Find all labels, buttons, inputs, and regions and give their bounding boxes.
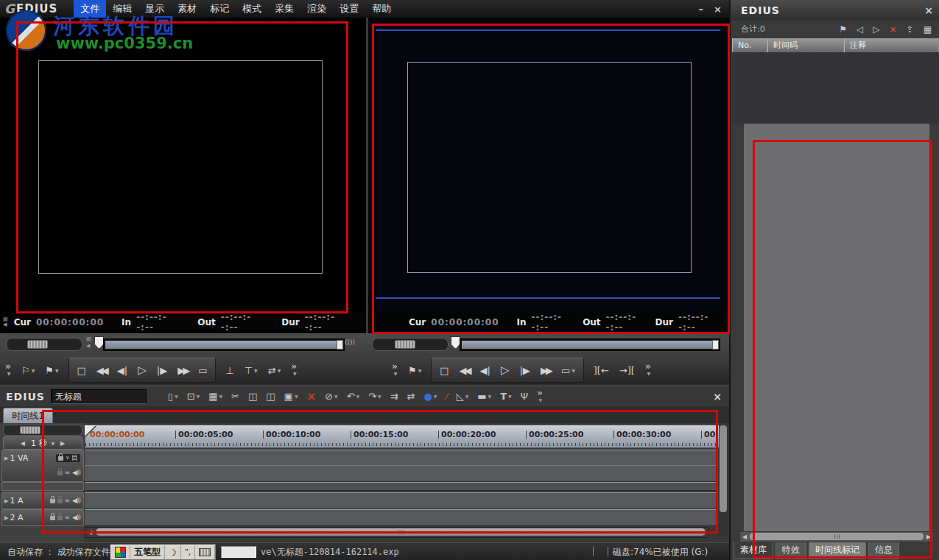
menu-view[interactable]: 显示 xyxy=(138,0,171,18)
stop-button[interactable]: □ xyxy=(72,365,91,376)
timeline-close-button[interactable]: × xyxy=(713,391,722,403)
lock-icon[interactable] xyxy=(50,516,55,520)
waveform-icon[interactable]: ≈ xyxy=(65,497,71,504)
more-controls-button[interactable]: »▼ xyxy=(387,363,403,378)
menu-clip[interactable]: 素材 xyxy=(171,0,203,18)
ime-logo-icon[interactable] xyxy=(115,547,126,558)
more-controls-button[interactable]: »▼ xyxy=(0,363,16,378)
save-project-icon[interactable]: ▦▼ xyxy=(205,391,226,402)
marker-list-empty[interactable] xyxy=(732,52,939,124)
redo-icon[interactable]: ↷▼ xyxy=(365,391,385,402)
tab-effects[interactable]: 特效 xyxy=(776,542,806,559)
open-project-icon[interactable]: ⊡▼ xyxy=(183,391,204,402)
collapsed-track-header[interactable] xyxy=(1,482,84,491)
tab-information[interactable]: 信息 xyxy=(868,542,899,559)
scroll-right-icon[interactable]: ▶ xyxy=(925,534,932,540)
insert-to-timeline-icon[interactable]: ⇉ xyxy=(387,391,402,402)
more-trim-button[interactable]: »▼ xyxy=(640,363,656,378)
lock-icon[interactable] xyxy=(57,516,63,520)
close-button[interactable]: × xyxy=(714,4,722,15)
overwrite-to-timeline-icon[interactable]: ⇄ xyxy=(404,391,419,402)
lock-icon[interactable] xyxy=(58,456,63,461)
timeline-v-scrollbar[interactable] xyxy=(719,425,728,536)
loop-playback-button[interactable]: ▭▼ xyxy=(556,365,580,376)
speaker-icon[interactable]: ◀)) xyxy=(72,514,80,521)
copy-icon[interactable]: ◫ xyxy=(245,391,261,402)
recorder-seek-thumb[interactable] xyxy=(712,340,719,350)
ripple-delete-icon[interactable]: ⊘▼ xyxy=(321,391,342,402)
player-shuttle-thumb[interactable] xyxy=(27,340,48,349)
timeline-playhead[interactable] xyxy=(85,425,96,436)
project-name-input[interactable]: 无标题 xyxy=(51,389,147,404)
scroll-left-icon[interactable]: ◀ xyxy=(741,534,748,540)
timeline-h-scrollbar[interactable]: ◀ xyxy=(85,527,708,538)
column-no[interactable]: No. xyxy=(732,38,767,52)
add-cut-point-icon[interactable]: ◺▼ xyxy=(453,391,473,402)
column-comment[interactable]: 注释 xyxy=(844,38,939,52)
more-tools-icon[interactable]: »▼ xyxy=(533,389,546,404)
track-lane-a1[interactable] xyxy=(85,492,718,509)
slide-trim-button[interactable]: ⇄▼ xyxy=(263,365,286,376)
scroll-left-icon[interactable]: ◀ xyxy=(86,529,94,536)
previous-frame-button[interactable]: ◀| xyxy=(475,365,496,376)
track-header-a1[interactable]: ▶ 1 A ≈ ◀)) xyxy=(1,492,84,509)
voice-over-icon[interactable]: Ψ xyxy=(517,391,532,402)
ime-keyboard-button[interactable] xyxy=(195,545,215,559)
bin-h-scrollbar[interactable]: ◀ ▶ xyxy=(739,531,934,542)
player-seek-bar[interactable] xyxy=(103,339,345,351)
import-marker-list-icon[interactable]: ⇪ xyxy=(907,24,914,35)
eye-icon[interactable]: 目 xyxy=(71,455,78,461)
player-shuttle-slider[interactable] xyxy=(6,338,82,351)
fast-forward-button[interactable]: ▶▶ xyxy=(172,365,193,376)
add-transition-icon[interactable]: ●▼ xyxy=(421,391,441,402)
track-lane-a2[interactable] xyxy=(85,509,718,526)
previous-frame-button[interactable]: ◀| xyxy=(112,365,133,376)
set-out-point-button[interactable]: ⚑▼ xyxy=(403,365,426,376)
set-out-point-button[interactable]: ⚑▼ xyxy=(40,365,63,376)
set-in-point-button[interactable]: ⚐▼ xyxy=(16,365,40,376)
goto-in-point-button[interactable]: ][← xyxy=(588,365,614,376)
timeline-zoom-thumb[interactable] xyxy=(20,426,41,434)
track-header-a2[interactable]: ▶ 2 A ≈ ◀)) xyxy=(1,509,84,526)
next-frame-button[interactable]: |▶ xyxy=(514,365,535,376)
add-marker-icon[interactable]: ⚑ xyxy=(839,24,847,35)
play-button[interactable]: ▷ xyxy=(496,364,515,377)
player-seek-thumb[interactable] xyxy=(337,340,343,350)
fast-forward-button[interactable]: ▶▶ xyxy=(535,365,556,376)
export-marker-list-icon[interactable]: ▦ xyxy=(924,24,932,35)
lock-icon[interactable] xyxy=(57,471,63,475)
minimize-button[interactable]: – xyxy=(699,4,704,15)
speaker-icon[interactable]: ◀)) xyxy=(72,469,80,476)
expand-icon[interactable]: ▶ xyxy=(4,498,8,504)
lock-icon[interactable] xyxy=(57,499,63,503)
delete-icon[interactable]: × xyxy=(303,390,320,403)
menu-marker[interactable]: 标记 xyxy=(203,0,236,18)
timescale-right-icon[interactable]: ▶ xyxy=(59,440,66,447)
disable-clip-icon[interactable]: ⁄ xyxy=(442,391,451,402)
menu-help[interactable]: 帮助 xyxy=(365,0,398,18)
recorder-shuttle-slider[interactable] xyxy=(372,338,449,351)
speaker-icon[interactable]: ◀)) xyxy=(72,497,80,504)
timescale-selector[interactable]: ◀ 1 秒 ▼ ▶ xyxy=(3,436,82,450)
undo-icon[interactable]: ↶▼ xyxy=(343,391,364,402)
next-frame-button[interactable]: |▶ xyxy=(152,365,172,376)
tab-timeline-markers[interactable]: 时间线标记 xyxy=(809,542,866,559)
menu-render[interactable]: 渲染 xyxy=(300,0,333,18)
title-tool-icon[interactable]: T▼ xyxy=(496,391,516,402)
waveform-icon[interactable]: ≈ xyxy=(65,469,71,476)
trim-in-button[interactable]: ⊥ xyxy=(220,365,239,376)
track-lane-va[interactable] xyxy=(85,450,718,482)
menu-edit[interactable]: 编辑 xyxy=(106,0,138,18)
expand-icon[interactable]: ▶ xyxy=(4,456,8,461)
delete-marker-icon[interactable]: × xyxy=(890,24,897,35)
more-trim-button[interactable]: »▼ xyxy=(286,363,302,378)
chevron-icon[interactable]: ∨ xyxy=(66,455,69,461)
track-lane-collapsed[interactable] xyxy=(85,482,718,491)
ime-punctuation-button[interactable]: ”, xyxy=(181,545,195,559)
ime-fullhalf-button[interactable]: ☽ xyxy=(165,545,181,559)
cut-icon[interactable]: ✂ xyxy=(228,391,243,402)
timeline-ruler[interactable]: 00:00:00:00 00:00:05:00 00:00:10:00 00:0… xyxy=(85,425,720,448)
track-header-va[interactable]: ▶ 1 VA ∨ 目 ≈ ◀)) xyxy=(1,450,84,482)
waveform-icon[interactable]: ≈ xyxy=(65,514,71,521)
timeline-h-scroll-thumb[interactable] xyxy=(96,528,706,536)
